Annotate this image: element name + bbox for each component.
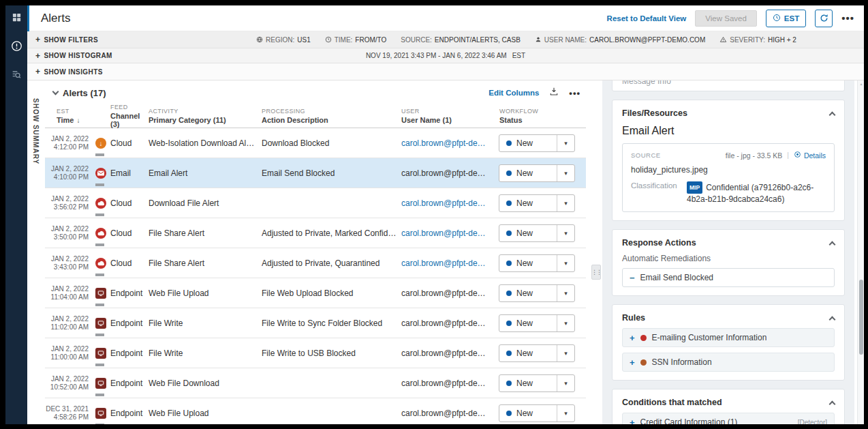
column-status[interactable]: WORKFLOWStatus	[493, 104, 586, 128]
rule-item[interactable]: +E-mailing Customer Information	[622, 328, 835, 347]
header-more-icon[interactable]: •••	[841, 13, 854, 23]
user-email-link[interactable]: carol.brown@pfpt-demo.c	[401, 138, 493, 148]
filter-chip[interactable]: SOURCE:ENDPOINT/ALERTS, CASB	[401, 36, 521, 44]
filter-chip[interactable]: USER NAME:CAROL.BROWN@PFPT-DEMO.COM	[535, 36, 705, 44]
vertical-scrollbar[interactable]: ▲	[857, 80, 864, 424]
workflow-status-dropdown[interactable]: New▾	[499, 374, 575, 392]
scroll-up-icon[interactable]: ▲	[858, 82, 864, 86]
caret-down-icon[interactable]: ▾	[557, 405, 574, 421]
alert-date: JAN 2, 2022	[51, 225, 89, 233]
caret-down-icon[interactable]: ▾	[557, 135, 574, 151]
alert-row[interactable]: JAN 2, 202211:00:00 AMEndpointFile Write…	[45, 338, 586, 368]
caret-down-icon[interactable]: ▾	[557, 345, 574, 361]
reset-default-view-link[interactable]: Reset to Default View	[607, 14, 687, 23]
expand-icon: +	[35, 68, 40, 76]
alert-time: 4:12:00 PM	[54, 143, 89, 151]
collapse-up-icon[interactable]	[829, 400, 836, 407]
column-channel[interactable]: FEEDChannel (3)	[94, 104, 147, 128]
user-email-link[interactable]: carol.brown@pfpt-demo.c	[401, 198, 493, 208]
status-dot-icon	[506, 381, 512, 386]
column-category[interactable]: ACTIVITYPrimary Category (11)	[147, 104, 259, 128]
alerts-nav-icon[interactable]	[5, 34, 27, 57]
person-icon	[535, 36, 542, 43]
edit-columns-link[interactable]: Edit Columns	[489, 89, 539, 97]
rules-items: +E-mailing Customer Information+SSN Info…	[622, 328, 835, 372]
collapse-up-icon[interactable]	[829, 241, 836, 248]
alert-date: JAN 2, 2022	[51, 375, 89, 383]
view-saved-button[interactable]: View Saved	[695, 10, 757, 27]
alert-row[interactable]: JAN 2, 20223:50:00 PMCloudFile Share Ale…	[45, 218, 586, 248]
caret-down-icon[interactable]: ▾	[557, 225, 574, 241]
collapse-up-icon[interactable]	[829, 316, 836, 323]
collapse-up-icon[interactable]	[829, 111, 836, 118]
workflow-status-dropdown[interactable]: New▾	[499, 224, 575, 242]
scrollbar-thumb[interactable]	[859, 280, 863, 355]
workflow-status-dropdown[interactable]: New▾	[499, 284, 575, 302]
filter-chip[interactable]: SEVERITY:HIGH + 2	[719, 36, 796, 44]
cloud-channel-icon	[95, 198, 106, 209]
alert-title: Email Alert	[622, 125, 835, 137]
response-actions-card: Response Actions Automatic Remediations …	[612, 229, 845, 296]
workflow-status-dropdown[interactable]: New▾	[499, 404, 575, 422]
channel-label: Cloud	[110, 138, 131, 148]
panel-resize-grip[interactable]: ⋮⋮	[591, 265, 601, 280]
conditions-title: Conditions that matched	[622, 398, 722, 407]
caret-down-icon[interactable]: ▾	[557, 285, 574, 301]
alert-row[interactable]: JAN 2, 202211:02:00 AMEndpointFile Write…	[45, 308, 586, 338]
rule-item[interactable]: +SSN Information	[622, 353, 835, 372]
caret-down-icon[interactable]: ▾	[557, 255, 574, 271]
column-action[interactable]: PROCESSINGAction Description	[259, 104, 401, 128]
expand-icon[interactable]: +	[630, 334, 635, 342]
alert-row[interactable]: DEC 31, 20214:58:26 PMEndpointWeb File U…	[45, 398, 586, 424]
filter-chip[interactable]: TIME:FROM/TO	[325, 36, 387, 44]
caret-down-icon[interactable]: ▾	[557, 195, 574, 211]
timezone-button[interactable]: EST	[766, 10, 806, 27]
show-histogram-toggle[interactable]: +SHOW HISTOGRAM	[35, 52, 112, 60]
user-email-link[interactable]: carol.brown@pfpt-demo.c	[401, 258, 493, 268]
table-more-icon[interactable]: •••	[569, 89, 580, 98]
show-filters-toggle[interactable]: +SHOW FILTERS	[35, 35, 98, 44]
alert-row[interactable]: JAN 2, 20224:12:00 PM↓CloudWeb-Isolation…	[45, 128, 586, 158]
alert-row[interactable]: JAN 2, 20223:56:02 PMCloudDownload File …	[45, 188, 586, 218]
workflow-status-dropdown[interactable]: New▾	[499, 344, 575, 362]
alert-row[interactable]: JAN 2, 202210:52:00 AMEndpointWeb File D…	[45, 368, 586, 398]
endpoint-channel-icon	[95, 408, 106, 419]
alerts-count-header[interactable]: Alerts (17)	[53, 88, 106, 98]
expand-icon[interactable]: +	[630, 358, 635, 367]
explorations-nav-icon[interactable]	[5, 63, 27, 86]
user-email-link[interactable]: carol.brown@pfpt-demo.c	[401, 228, 493, 238]
classification-value: MIPConfidential (a79126b0-a2c6-4b2a-b21b…	[687, 181, 826, 205]
workflow-status-dropdown[interactable]: New▾	[499, 134, 575, 152]
divider: |	[787, 151, 789, 159]
caret-down-icon[interactable]: ▾	[557, 165, 574, 181]
column-user[interactable]: USERUser Name (1)	[401, 104, 493, 128]
condition-item[interactable]: +Credit Card Information (1)[Detector]	[622, 413, 835, 424]
status-label: New	[516, 168, 533, 178]
export-download-icon[interactable]	[549, 87, 559, 99]
alert-row[interactable]: JAN 2, 20224:10:00 PMEmailEmail AlertEma…	[45, 158, 586, 188]
refresh-button[interactable]	[815, 10, 833, 27]
workflow-status-dropdown[interactable]: New▾	[499, 164, 575, 182]
alert-row[interactable]: JAN 2, 20223:43:00 PMCloudFile Share Ale…	[45, 248, 586, 278]
message-info-card: Message Info	[612, 80, 845, 91]
status-label: New	[516, 258, 533, 268]
workflow-status-dropdown[interactable]: New▾	[499, 314, 575, 332]
email-channel-icon	[95, 168, 106, 179]
expand-icon[interactable]: +	[630, 418, 635, 425]
show-summary-toggle[interactable]: SHOW SUMMARY	[32, 98, 40, 164]
alert-row[interactable]: JAN 2, 202211:04:00 AMEndpointWeb File U…	[45, 278, 586, 308]
severity-dot-icon	[640, 335, 647, 341]
filter-chip[interactable]: REGION:US1	[256, 36, 311, 44]
file-details-link[interactable]: Details	[794, 151, 826, 160]
caret-down-icon[interactable]: ▾	[557, 375, 574, 391]
status-dot-icon	[506, 351, 512, 356]
column-time[interactable]: ESTTime↓	[45, 104, 94, 128]
workflow-status-dropdown[interactable]: New▾	[499, 194, 575, 212]
detector-tag: [Detector]	[798, 419, 827, 425]
alert-time: 11:04:00 AM	[51, 293, 89, 301]
apps-grid-icon[interactable]	[5, 5, 27, 29]
caret-down-icon[interactable]: ▾	[557, 315, 574, 331]
workflow-status-dropdown[interactable]: New▾	[499, 254, 575, 272]
show-insights-toggle[interactable]: +SHOW INSIGHTS	[35, 68, 103, 76]
filter-chip-value: FROM/TO	[355, 36, 386, 44]
